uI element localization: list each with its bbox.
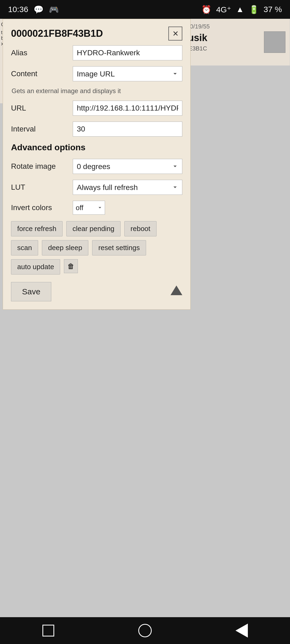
interval-label: Interval: [11, 125, 73, 133]
bottom-navigation: [0, 617, 290, 644]
bg-card-laura-thumb: [264, 31, 285, 53]
home-icon: [138, 624, 152, 637]
url-input[interactable]: [73, 101, 182, 116]
battery-label: 37 %: [264, 5, 282, 14]
recents-icon: [42, 625, 54, 636]
modal-dialog: 0000021FB8F43B1D ✕ Alias Content Image U…: [3, 19, 191, 310]
lut-row: LUT Always full refresh Partial refresh …: [11, 180, 182, 195]
game-icon: 🎮: [49, 5, 59, 14]
deep-sleep-button[interactable]: deep sleep: [42, 240, 88, 255]
save-button[interactable]: Save: [11, 282, 51, 301]
status-bar: 10:36 💬 🎮 ⏰ 4G⁺ ▲ 🔋 37 %: [0, 0, 290, 19]
lut-label: LUT: [11, 183, 73, 192]
close-button[interactable]: ✕: [168, 27, 182, 41]
content-row: Content Image URL Text Web URL MQTT: [11, 66, 182, 81]
force-refresh-button[interactable]: force refresh: [11, 221, 63, 236]
battery-icon: 🔋: [249, 5, 259, 14]
advanced-options-title: Advanced options: [11, 142, 182, 152]
modal-device-id: 0000021FB8F43B1D: [11, 28, 103, 39]
whatsapp-icon: 💬: [34, 5, 44, 14]
invert-select[interactable]: off on: [73, 201, 105, 215]
alias-row: Alias: [11, 45, 182, 60]
rotate-select[interactable]: 0 degrees 90 degrees 180 degrees 270 deg…: [73, 159, 182, 174]
scroll-to-top-icon[interactable]: [171, 286, 182, 295]
nav-back-button[interactable]: [234, 623, 250, 639]
invert-row: Invert colors off on: [11, 201, 182, 215]
rotate-label: Rotate image: [11, 162, 73, 171]
invert-label: Invert colors: [11, 203, 73, 212]
interval-row: Interval: [11, 122, 182, 137]
action-buttons-row: force refresh clear pending reboot scan …: [11, 221, 182, 275]
alias-label: Alias: [11, 49, 73, 57]
rotate-row: Rotate image 0 degrees 90 degrees 180 de…: [11, 159, 182, 174]
modal-header: 0000021FB8F43B1D ✕: [3, 19, 190, 45]
url-label: URL: [11, 104, 73, 112]
auto-update-button[interactable]: auto update: [11, 259, 60, 275]
nav-recents-button[interactable]: [40, 623, 56, 639]
time-display: 10:36: [8, 5, 28, 14]
content-select[interactable]: Image URL Text Web URL MQTT: [73, 66, 182, 81]
interval-input[interactable]: [73, 122, 182, 137]
status-left: 10:36 💬 🎮: [8, 5, 59, 14]
reboot-button[interactable]: reboot: [124, 221, 157, 236]
alarm-icon: ⏰: [201, 5, 211, 14]
nav-home-button[interactable]: [137, 623, 153, 639]
url-row: URL: [11, 101, 182, 116]
network-label: 4G⁺: [216, 5, 231, 14]
reset-settings-button[interactable]: reset settings: [92, 240, 146, 255]
lut-select[interactable]: Always full refresh Partial refresh Fast…: [73, 180, 182, 195]
scan-button[interactable]: scan: [11, 240, 38, 255]
back-icon: [235, 624, 248, 638]
modal-body: Alias Content Image URL Text Web URL MQT…: [3, 45, 190, 309]
content-label: Content: [11, 69, 73, 78]
save-row: Save: [11, 279, 182, 301]
description-text: Gets an external image and displays it: [11, 87, 182, 95]
alias-input[interactable]: [73, 45, 182, 60]
delete-button[interactable]: 🗑: [64, 259, 78, 273]
status-right: ⏰ 4G⁺ ▲ 🔋 37 %: [201, 5, 282, 14]
clear-pending-button[interactable]: clear pending: [66, 221, 121, 236]
signal-icon: ▲: [236, 5, 244, 14]
